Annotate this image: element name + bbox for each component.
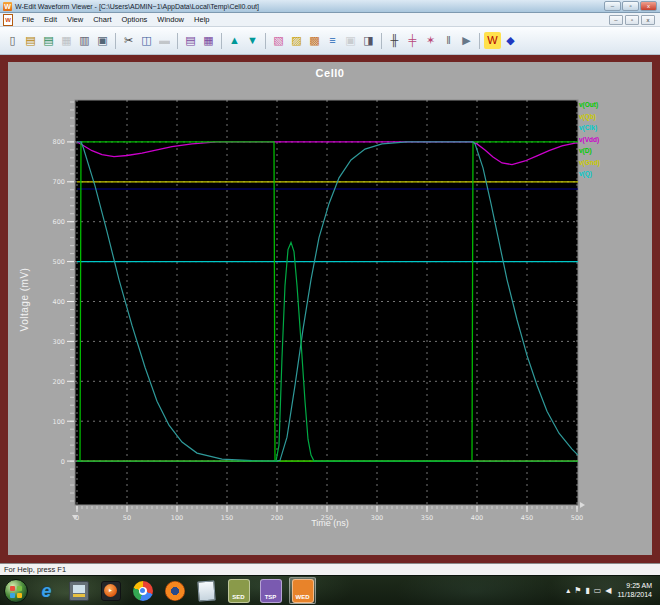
mdi-controls: –▫x (609, 15, 657, 25)
taskbar-item-firefox[interactable] (161, 577, 188, 604)
calculator-button[interactable]: ▣ (342, 32, 359, 49)
chart-panel[interactable]: Cell0 0100200300400500600700800050100150… (8, 62, 652, 555)
start-flag-pane (10, 593, 15, 598)
start-flag-pane (10, 586, 15, 591)
waveform-plot[interactable]: 0100200300400500600700800050100150200250… (8, 62, 652, 555)
app-window-icon (69, 581, 89, 601)
taskbar-clock[interactable]: 9:25 AM 11/18/2014 (617, 582, 652, 599)
close-button[interactable]: x (640, 1, 657, 11)
legend-entry[interactable]: v(D) (579, 145, 600, 157)
s-edit-icon: SED (228, 579, 250, 603)
label-tool-button[interactable]: ◨ (360, 32, 377, 49)
taskbar-item-l-edit[interactable] (65, 577, 92, 604)
documents-icon (197, 580, 215, 601)
stack-charts-button[interactable]: ▦ (200, 32, 217, 49)
x-axis-label: Time (ns) (8, 518, 652, 528)
taskbar-item-chrome[interactable] (129, 577, 156, 604)
cut-button[interactable]: ✂ (120, 32, 137, 49)
taskbar-item-internet-explorer[interactable]: e (33, 577, 60, 604)
action-center-icon[interactable]: ⚑ (574, 586, 581, 596)
annotate-button[interactable]: ◆ (502, 32, 519, 49)
toolbar-separator (479, 33, 480, 49)
pause-button[interactable]: ‖ (440, 32, 457, 49)
move-trace-up-button[interactable]: ▲ (226, 32, 243, 49)
t-spice-icon: TSP (260, 579, 282, 603)
play-disc-icon: ▸ (104, 584, 117, 597)
legend-entry[interactable]: v(Q) (579, 168, 600, 180)
start-flag-pane (17, 593, 22, 598)
taskbar-item-t-spice[interactable]: TSP (257, 577, 284, 604)
taskbar-item-media-player[interactable]: ▸ (97, 577, 124, 604)
vertical-cursor-button[interactable]: ╫ (386, 32, 403, 49)
start-button[interactable] (4, 579, 28, 603)
move-trace-down-button[interactable]: ▼ (244, 32, 261, 49)
chrome-core (140, 588, 145, 593)
copy-image-button[interactable]: ▣ (94, 32, 111, 49)
menu-window[interactable]: Window (152, 15, 189, 24)
svg-text:200: 200 (53, 378, 65, 386)
legend-entry[interactable]: v(Out) (579, 99, 600, 111)
menu-options[interactable]: Options (117, 15, 153, 24)
toolbar-buttons: ▯▤▤▦▥▣✂◫▬▤▦▲▼▧▨▩≡▣◨╫╪✶‖▶W◆ (4, 32, 519, 49)
menu-edit[interactable]: Edit (39, 15, 62, 24)
horizontal-cursor-button[interactable]: ╪ (404, 32, 421, 49)
open-button[interactable]: ▤ (22, 32, 39, 49)
toolbar-separator (381, 33, 382, 49)
open-output-button[interactable]: ▤ (40, 32, 57, 49)
app-icon: W (3, 2, 12, 11)
status-text: For Help, press F1 (4, 565, 66, 574)
paste-button[interactable]: ▬ (156, 32, 173, 49)
new-button[interactable]: ▯ (4, 32, 21, 49)
legend-entry[interactable]: v(Vdd) (579, 134, 600, 146)
internet-explorer-icon: e (41, 581, 51, 601)
maximize-button[interactable]: ▫ (622, 1, 639, 11)
minimize-button[interactable]: – (604, 1, 621, 11)
taskbar-item-documents[interactable] (193, 577, 220, 604)
svg-text:600: 600 (53, 218, 65, 226)
menu-chart[interactable]: Chart (88, 15, 116, 24)
show-hidden-icons-icon[interactable]: ▴ (566, 586, 570, 596)
expand-chart-button[interactable]: ▤ (182, 32, 199, 49)
menu-help[interactable]: Help (189, 15, 214, 24)
menu-items: FileEditViewChartOptionsWindowHelp (17, 15, 214, 24)
mdi-minimize-button[interactable]: – (609, 15, 623, 25)
toolbar-separator (265, 33, 266, 49)
new-chart-button[interactable]: ▧ (270, 32, 287, 49)
volume-icon[interactable]: ◀ (605, 586, 611, 596)
menu-file[interactable]: File (17, 15, 39, 24)
trace-list-button[interactable]: ≡ (324, 32, 341, 49)
slope-cursor-button[interactable]: ✶ (422, 32, 439, 49)
svg-text:800: 800 (53, 138, 65, 146)
menubar: W FileEditViewChartOptionsWindowHelp –▫x (0, 13, 660, 27)
mdi-restore-button[interactable]: ▫ (625, 15, 639, 25)
mdi-close-button[interactable]: x (641, 15, 655, 25)
svg-text:700: 700 (53, 178, 65, 186)
network-icon[interactable]: ▭ (594, 586, 602, 596)
toolbar-separator (177, 33, 178, 49)
save-button[interactable]: ▦ (58, 32, 75, 49)
taskbar-item-s-edit[interactable]: SED (225, 577, 252, 604)
taskbar: e▸SEDTSPWED ▴⚑▮▭◀ 9:25 AM 11/18/2014 (0, 575, 660, 605)
legend-entry[interactable]: v(Clk) (579, 122, 600, 134)
w-edit-home-button[interactable]: W (484, 32, 501, 49)
chart-options-button[interactable]: ▩ (306, 32, 323, 49)
firefox-icon (165, 581, 185, 601)
toolbar-separator (221, 33, 222, 49)
svg-text:300: 300 (53, 338, 65, 346)
window-controls: –▫x (604, 1, 657, 11)
add-trace-button[interactable]: ▨ (288, 32, 305, 49)
menu-view[interactable]: View (62, 15, 88, 24)
print-button[interactable]: ▥ (76, 32, 93, 49)
svg-text:400: 400 (53, 298, 65, 306)
trace-legend: v(Out)v(Qb)v(Clk)v(Vdd)v(D)v(Gnd)v(Q) (579, 99, 600, 180)
legend-entry[interactable]: v(Qb) (579, 111, 600, 123)
app-taskstrip (73, 594, 85, 597)
window-title: W-Edit Waveform Viewer - [C:\Users\ADMIN… (15, 3, 259, 10)
app-screen (73, 585, 85, 593)
taskbar-item-w-edit[interactable]: WED (289, 577, 316, 604)
battery-icon[interactable]: ▮ (585, 586, 589, 596)
copy-button[interactable]: ◫ (138, 32, 155, 49)
legend-entry[interactable]: v(Gnd) (579, 157, 600, 169)
client-area: Cell0 0100200300400500600700800050100150… (0, 55, 660, 563)
run-simulation-button[interactable]: ▶ (458, 32, 475, 49)
